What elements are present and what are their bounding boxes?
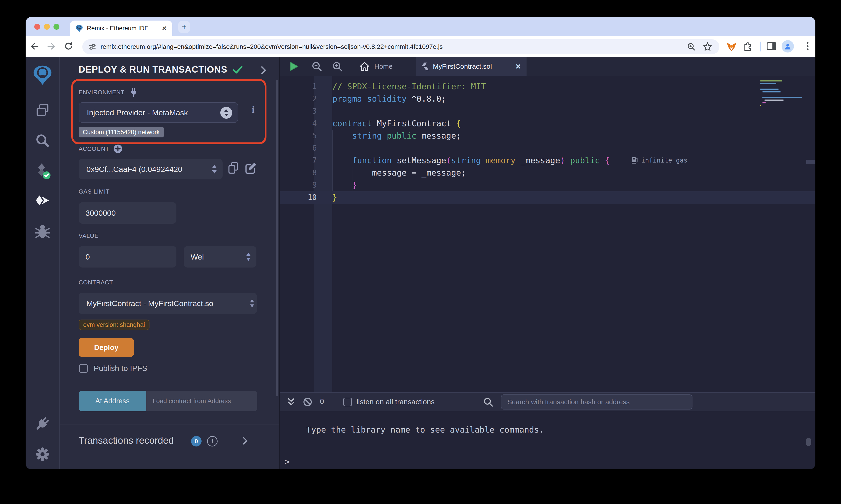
value-input[interactable]: 0: [79, 246, 176, 268]
profile-avatar[interactable]: [782, 40, 794, 53]
search-icon[interactable]: [34, 132, 51, 151]
maximize-window-button[interactable]: [53, 24, 59, 30]
copy-address-icon[interactable]: [227, 161, 240, 175]
plugin-manager-icon[interactable]: [34, 415, 51, 434]
metamask-icon[interactable]: [726, 41, 737, 52]
editor-area: Home MyFirstContract.sol ✕ 12345678910 /…: [279, 57, 816, 469]
zoom-out-icon[interactable]: [311, 61, 322, 72]
at-address-row: At Address: [79, 391, 257, 411]
add-account-icon[interactable]: [113, 144, 122, 154]
deploy-and-run-icon[interactable]: [34, 193, 51, 211]
editor-scrollbar[interactable]: [806, 160, 816, 164]
panel-title-row: DEPLOY & RUN TRANSACTIONS: [79, 65, 243, 75]
code-line-10[interactable]: }: [332, 191, 756, 204]
account-select[interactable]: 0x9Cf...CaaF4 (0.04924420: [79, 159, 223, 179]
forward-icon[interactable]: [47, 41, 56, 51]
back-icon[interactable]: [30, 41, 39, 51]
terminal-output[interactable]: Type the library name to see available c…: [280, 411, 816, 469]
listen-transactions-checkbox[interactable]: [343, 398, 352, 406]
solidity-compiler-icon[interactable]: [34, 163, 51, 182]
reload-icon[interactable]: [64, 41, 73, 51]
account-label-row: ACCOUNT: [79, 144, 122, 154]
panel-expand-chevron-icon[interactable]: [261, 66, 267, 74]
panel-title: DEPLOY & RUN TRANSACTIONS: [79, 65, 227, 75]
zoom-page-icon[interactable]: [687, 42, 696, 51]
file-explorer-icon[interactable]: [34, 102, 51, 121]
transactions-info-icon[interactable]: i: [207, 436, 218, 447]
transactions-count-badge: 0: [191, 436, 202, 447]
listen-transactions-label: listen on all transactions: [357, 398, 435, 406]
close-window-button[interactable]: [34, 24, 40, 30]
value-unit: Wei: [191, 252, 204, 262]
gas-limit-input[interactable]: 3000000: [79, 202, 176, 224]
debugger-icon[interactable]: [34, 223, 51, 241]
value-label: VALUE: [79, 232, 99, 239]
active-tab-label: MyFirstContract.sol: [433, 62, 511, 70]
address-bar[interactable]: remix.ethereum.org/#lang=en&optimize=fal…: [82, 39, 719, 54]
tab-active-file[interactable]: MyFirstContract.sol ✕: [416, 57, 527, 76]
zoom-in-icon[interactable]: [332, 61, 343, 72]
publish-ipfs-label: Publish to IPFS: [94, 364, 147, 373]
code-line-7[interactable]: function setMessage(string memory _messa…: [332, 154, 756, 167]
terminal-scrollbar[interactable]: [806, 438, 811, 446]
contract-select-arrows-icon: [250, 299, 255, 307]
browser-tabstrip: Remix - Ethereum IDE ✕ +: [25, 17, 816, 36]
environment-label: ENVIRONMENT: [79, 89, 124, 96]
toolbar-divider: [760, 41, 760, 52]
new-tab-button[interactable]: +: [178, 21, 190, 33]
environment-info-icon[interactable]: i: [252, 104, 255, 115]
transactions-recorded-label: Transactions recorded: [79, 435, 174, 446]
code-line-9[interactable]: }: [332, 179, 756, 191]
environment-select[interactable]: Injected Provider - MetaMask: [79, 102, 238, 123]
line-numbers: 12345678910: [280, 80, 317, 204]
at-address-button[interactable]: At Address: [79, 391, 146, 411]
code-editor[interactable]: 12345678910 // SPDX-License-Identifier: …: [280, 76, 816, 392]
collapse-terminal-icon[interactable]: [287, 398, 295, 406]
publish-ipfs-checkbox[interactable]: [79, 364, 88, 373]
bookmark-star-icon[interactable]: [703, 42, 712, 51]
infinite-gas-annotation: infinite gas: [632, 154, 687, 167]
transactions-expand-icon[interactable]: [243, 437, 248, 445]
side-panel-icon[interactable]: [767, 41, 776, 51]
site-settings-icon[interactable]: [89, 43, 96, 51]
value-amount: 0: [85, 252, 90, 262]
plug-icon: [128, 87, 139, 97]
terminal-search-input[interactable]: [501, 394, 692, 410]
panel-scrollbar[interactable]: [276, 80, 278, 396]
code-line-6[interactable]: [332, 142, 756, 154]
url-text: remix.ethereum.org/#lang=en&optimize=fal…: [101, 43, 682, 51]
tab-close-icon[interactable]: ✕: [162, 25, 167, 32]
publish-ipfs-row: Publish to IPFS: [79, 364, 147, 373]
tab-home[interactable]: Home: [356, 57, 396, 76]
remix-logo-icon[interactable]: [32, 65, 53, 87]
at-address-input[interactable]: [146, 391, 257, 411]
browser-tab[interactable]: Remix - Ethereum IDE ✕: [70, 20, 172, 36]
clear-terminal-icon[interactable]: [303, 397, 312, 407]
code-line-3[interactable]: [332, 105, 756, 117]
code-line-1[interactable]: // SPDX-License-Identifier: MIT: [332, 80, 756, 93]
home-icon: [359, 61, 370, 71]
pending-tx-count: 0: [320, 397, 324, 406]
remix-app: DEPLOY & RUN TRANSACTIONS ENVIRONMENT In…: [25, 57, 816, 469]
environment-spinner-icon[interactable]: [220, 106, 233, 119]
edit-account-icon[interactable]: [244, 161, 257, 175]
run-script-icon[interactable]: [288, 61, 299, 72]
code-line-4[interactable]: contract MyFirstContract {: [332, 117, 756, 130]
contract-select[interactable]: MyFirstContract - MyFirstContract.so: [79, 293, 257, 314]
code-line-2[interactable]: pragma solidity ^0.8.0;: [332, 93, 756, 105]
deploy-button[interactable]: Deploy: [79, 338, 134, 357]
network-badge: Custom (11155420) network: [79, 127, 164, 138]
browser-window: Remix - Ethereum IDE ✕ + remix.ethereum.…: [25, 17, 816, 469]
value-unit-select[interactable]: Wei: [184, 246, 256, 268]
terminal-message: Type the library name to see available c…: [306, 425, 544, 434]
settings-gear-icon[interactable]: [34, 446, 51, 464]
gas-pump-icon: [632, 157, 638, 164]
minimap[interactable]: [760, 80, 804, 108]
code-line-5[interactable]: string public message;: [332, 130, 756, 142]
close-file-icon[interactable]: ✕: [515, 62, 521, 71]
menu-dots-icon[interactable]: [804, 41, 812, 51]
code-line-8[interactable]: message = _message;: [332, 167, 756, 179]
code-lines[interactable]: // SPDX-License-Identifier: MITpragma so…: [332, 80, 756, 204]
minimize-window-button[interactable]: [44, 24, 50, 30]
extensions-icon[interactable]: [743, 41, 753, 52]
